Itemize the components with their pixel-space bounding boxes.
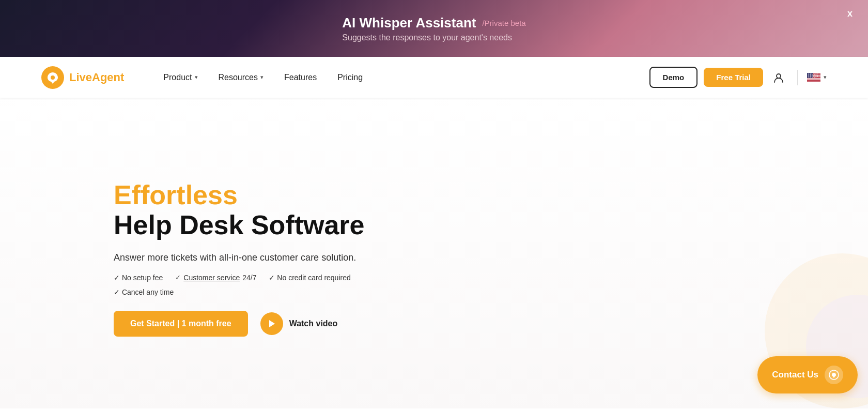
hero-title: Help Desk Software [114, 210, 411, 240]
language-selector[interactable]: ★ ★ ★ ★ ★ ★ ★ ★ ★ ★ ★ ★ ★ ★ ★ ★ ★ ★ ★ ★ … [807, 73, 827, 82]
svg-point-2 [777, 74, 781, 78]
nav-divider [797, 70, 798, 85]
svg-point-1 [51, 75, 55, 80]
banner-close-button[interactable]: x [847, 8, 853, 19]
nav-links: Product ▾ Resources ▾ Features Pricing [155, 69, 649, 86]
us-flag-icon: ★ ★ ★ ★ ★ ★ ★ ★ ★ ★ ★ ★ ★ ★ ★ ★ ★ ★ ★ ★ … [807, 73, 820, 82]
check-no-credit: ✓ No credit card required [269, 274, 350, 282]
hero-check-line-2: ✓ Cancel any time [114, 288, 411, 296]
resources-chevron-icon: ▾ [260, 74, 264, 81]
navbar: LiveAgent Product ▾ Resources ▾ Features… [0, 57, 868, 98]
hero-effortless: Effortless [114, 180, 411, 210]
logo-agent: Agent [92, 71, 124, 84]
free-trial-button[interactable]: Free Trial [704, 68, 763, 87]
get-started-button[interactable]: Get Started | 1 month free [114, 311, 248, 337]
nav-resources[interactable]: Resources ▾ [210, 69, 272, 86]
watch-video-label: Watch video [289, 319, 338, 328]
check-cancel-text: ✓ Cancel any time [114, 288, 174, 296]
top-banner: AI Whisper Assistant /Private beta Sugge… [0, 0, 868, 57]
svg-text:★ ★ ★ ★ ★: ★ ★ ★ ★ ★ [808, 76, 817, 78]
chevron-down-icon: ▾ [824, 74, 827, 81]
nav-product-label: Product [163, 73, 192, 82]
check-mark-2: ✓ [175, 274, 181, 281]
banner-title: AI Whisper Assistant /Private beta [342, 15, 525, 31]
logo[interactable]: LiveAgent [41, 66, 124, 89]
nav-product[interactable]: Product ▾ [155, 69, 206, 86]
check-cancel: ✓ Cancel any time [114, 288, 174, 296]
product-chevron-icon: ▾ [195, 74, 198, 81]
svg-rect-13 [807, 80, 820, 80]
hero-section: Effortless Help Desk Software Answer mor… [0, 98, 868, 408]
nav-features-label: Features [284, 73, 317, 82]
logo-live: Live [69, 71, 92, 84]
watch-video-button[interactable]: Watch video [260, 312, 338, 335]
hero-description: Answer more tickets with all-in-one cust… [114, 252, 411, 263]
nav-pricing[interactable]: Pricing [329, 69, 371, 86]
demo-button[interactable]: Demo [649, 67, 698, 88]
hero-actions: Get Started | 1 month free Watch video [114, 311, 411, 337]
svg-rect-15 [807, 81, 820, 82]
check-24-7: 24/7 [242, 274, 256, 282]
contact-icon [825, 366, 843, 384]
nav-pricing-label: Pricing [337, 73, 363, 82]
banner-beta: /Private beta [482, 19, 525, 27]
nav-features[interactable]: Features [276, 69, 325, 86]
logo-icon [41, 66, 64, 89]
user-icon[interactable] [769, 68, 788, 87]
check-no-setup: ✓ No setup fee [114, 274, 163, 282]
svg-marker-21 [269, 320, 275, 327]
play-icon [260, 312, 283, 335]
check-customer-service: ✓ Customer service 24/7 [175, 274, 256, 282]
svg-rect-11 [807, 79, 820, 79]
hero-content: Effortless Help Desk Software Answer mor… [114, 180, 411, 336]
banner-title-text: AI Whisper Assistant [342, 15, 476, 31]
check-no-setup-text: ✓ No setup fee [114, 274, 163, 282]
hero-checks: ✓ No setup fee ✓ Customer service 24/7 ✓… [114, 274, 411, 296]
hero-check-line-1: ✓ No setup fee ✓ Customer service 24/7 ✓… [114, 274, 411, 282]
banner-subtitle: Suggests the responses to your agent's n… [342, 33, 512, 42]
svg-rect-14 [807, 81, 820, 81]
contact-us-button[interactable]: Contact Us [757, 356, 858, 393]
logo-text: LiveAgent [69, 71, 124, 84]
contact-us-label: Contact Us [772, 370, 818, 380]
banner-content: AI Whisper Assistant /Private beta Sugge… [342, 15, 525, 42]
check-customer-service-text[interactable]: Customer service [183, 274, 240, 282]
nav-right: Demo Free Trial [649, 67, 827, 88]
svg-rect-12 [807, 79, 820, 80]
check-no-credit-text: ✓ No credit card required [269, 274, 350, 282]
nav-resources-label: Resources [219, 73, 258, 82]
